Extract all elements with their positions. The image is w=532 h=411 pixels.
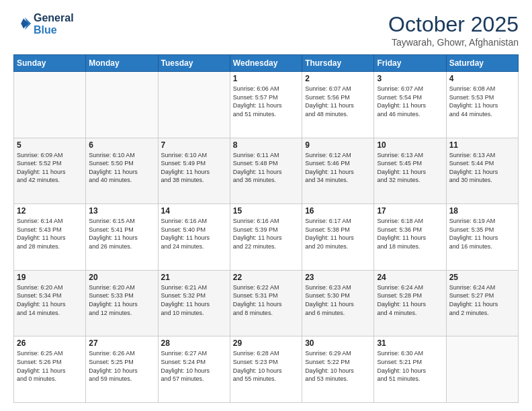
weekday-header-saturday: Saturday	[446, 55, 518, 72]
day-info: Sunrise: 6:28 AM Sunset: 5:23 PM Dayligh…	[233, 349, 299, 383]
day-number: 25	[449, 273, 515, 282]
day-number: 26	[17, 338, 83, 348]
calendar-week-2: 12Sunrise: 6:14 AM Sunset: 5:43 PM Dayli…	[14, 204, 519, 271]
calendar-cell: 22Sunrise: 6:22 AM Sunset: 5:31 PM Dayli…	[230, 270, 302, 336]
calendar-cell: 27Sunrise: 6:26 AM Sunset: 5:25 PM Dayli…	[86, 336, 158, 403]
weekday-header-monday: Monday	[86, 55, 158, 72]
day-info: Sunrise: 6:10 AM Sunset: 5:49 PM Dayligh…	[161, 151, 227, 185]
calendar-cell: 2Sunrise: 6:07 AM Sunset: 5:56 PM Daylig…	[302, 72, 374, 138]
calendar-cell: 12Sunrise: 6:14 AM Sunset: 5:43 PM Dayli…	[14, 204, 86, 271]
calendar-cell: 25Sunrise: 6:24 AM Sunset: 5:27 PM Dayli…	[446, 270, 518, 336]
day-number: 11	[449, 140, 515, 150]
calendar-cell: 18Sunrise: 6:19 AM Sunset: 5:35 PM Dayli…	[446, 204, 518, 271]
location: Taywarah, Ghowr, Afghanistan	[388, 37, 519, 48]
calendar-cell: 3Sunrise: 6:07 AM Sunset: 5:54 PM Daylig…	[374, 72, 446, 138]
calendar-cell: 23Sunrise: 6:23 AM Sunset: 5:30 PM Dayli…	[302, 270, 374, 336]
calendar-cell: 21Sunrise: 6:21 AM Sunset: 5:32 PM Dayli…	[158, 270, 230, 336]
calendar-cell: 13Sunrise: 6:15 AM Sunset: 5:41 PM Dayli…	[86, 204, 158, 271]
day-info: Sunrise: 6:15 AM Sunset: 5:41 PM Dayligh…	[89, 217, 154, 250]
calendar-cell: 14Sunrise: 6:16 AM Sunset: 5:40 PM Dayli…	[158, 204, 230, 271]
day-info: Sunrise: 6:24 AM Sunset: 5:27 PM Dayligh…	[449, 283, 515, 317]
calendar-cell: 24Sunrise: 6:24 AM Sunset: 5:28 PM Dayli…	[374, 270, 446, 336]
day-number: 20	[89, 273, 154, 282]
day-info: Sunrise: 6:11 AM Sunset: 5:48 PM Dayligh…	[233, 151, 299, 185]
calendar-cell	[446, 336, 518, 403]
day-info: Sunrise: 6:12 AM Sunset: 5:46 PM Dayligh…	[305, 151, 371, 185]
calendar-cell	[86, 72, 158, 138]
calendar-cell: 5Sunrise: 6:09 AM Sunset: 5:52 PM Daylig…	[14, 138, 86, 204]
day-info: Sunrise: 6:10 AM Sunset: 5:50 PM Dayligh…	[89, 151, 154, 185]
month-title: October 2025	[388, 12, 519, 37]
day-info: Sunrise: 6:22 AM Sunset: 5:31 PM Dayligh…	[233, 283, 299, 317]
day-info: Sunrise: 6:21 AM Sunset: 5:32 PM Dayligh…	[161, 283, 227, 317]
day-info: Sunrise: 6:20 AM Sunset: 5:34 PM Dayligh…	[17, 283, 83, 317]
day-info: Sunrise: 6:20 AM Sunset: 5:33 PM Dayligh…	[89, 283, 154, 317]
calendar-cell: 26Sunrise: 6:25 AM Sunset: 5:26 PM Dayli…	[14, 336, 86, 403]
day-info: Sunrise: 6:25 AM Sunset: 5:26 PM Dayligh…	[17, 349, 83, 383]
calendar-week-3: 19Sunrise: 6:20 AM Sunset: 5:34 PM Dayli…	[14, 270, 519, 336]
day-info: Sunrise: 6:16 AM Sunset: 5:39 PM Dayligh…	[233, 217, 299, 250]
calendar-cell: 7Sunrise: 6:10 AM Sunset: 5:49 PM Daylig…	[158, 138, 230, 204]
day-info: Sunrise: 6:29 AM Sunset: 5:22 PM Dayligh…	[305, 349, 371, 383]
day-info: Sunrise: 6:18 AM Sunset: 5:36 PM Dayligh…	[377, 217, 443, 250]
calendar-cell: 8Sunrise: 6:11 AM Sunset: 5:48 PM Daylig…	[230, 138, 302, 204]
calendar-cell: 30Sunrise: 6:29 AM Sunset: 5:22 PM Dayli…	[302, 336, 374, 403]
day-info: Sunrise: 6:08 AM Sunset: 5:53 PM Dayligh…	[449, 85, 515, 118]
calendar-cell: 9Sunrise: 6:12 AM Sunset: 5:46 PM Daylig…	[302, 138, 374, 204]
day-info: Sunrise: 6:14 AM Sunset: 5:43 PM Dayligh…	[17, 217, 83, 250]
calendar-cell: 11Sunrise: 6:13 AM Sunset: 5:44 PM Dayli…	[446, 138, 518, 204]
calendar-cell	[158, 72, 230, 138]
day-number: 27	[89, 338, 154, 348]
day-number: 13	[89, 206, 154, 216]
day-number: 8	[233, 140, 299, 150]
day-number: 2	[305, 74, 371, 83]
day-number: 10	[377, 140, 443, 150]
day-number: 23	[305, 273, 371, 282]
calendar-cell: 16Sunrise: 6:17 AM Sunset: 5:38 PM Dayli…	[302, 204, 374, 271]
calendar-cell: 15Sunrise: 6:16 AM Sunset: 5:39 PM Dayli…	[230, 204, 302, 271]
day-number: 7	[161, 140, 227, 150]
day-number: 3	[377, 74, 443, 83]
calendar-week-4: 26Sunrise: 6:25 AM Sunset: 5:26 PM Dayli…	[14, 336, 519, 403]
calendar-cell: 17Sunrise: 6:18 AM Sunset: 5:36 PM Dayli…	[374, 204, 446, 271]
day-number: 14	[161, 206, 227, 216]
day-number: 21	[161, 273, 227, 282]
day-number: 12	[17, 206, 83, 216]
weekday-header-wednesday: Wednesday	[230, 55, 302, 72]
weekday-header-sunday: Sunday	[14, 55, 86, 72]
day-number: 1	[233, 74, 299, 83]
logo: General Blue	[13, 12, 74, 36]
weekday-header-friday: Friday	[374, 55, 446, 72]
calendar-cell: 19Sunrise: 6:20 AM Sunset: 5:34 PM Dayli…	[14, 270, 86, 336]
day-number: 5	[17, 140, 83, 150]
day-info: Sunrise: 6:24 AM Sunset: 5:28 PM Dayligh…	[377, 283, 443, 317]
day-number: 16	[305, 206, 371, 216]
day-info: Sunrise: 6:17 AM Sunset: 5:38 PM Dayligh…	[305, 217, 371, 250]
weekday-header-tuesday: Tuesday	[158, 55, 230, 72]
day-number: 22	[233, 273, 299, 282]
day-info: Sunrise: 6:30 AM Sunset: 5:21 PM Dayligh…	[377, 349, 443, 383]
calendar-week-0: 1Sunrise: 6:06 AM Sunset: 5:57 PM Daylig…	[14, 72, 519, 138]
day-info: Sunrise: 6:19 AM Sunset: 5:35 PM Dayligh…	[449, 217, 515, 250]
day-info: Sunrise: 6:16 AM Sunset: 5:40 PM Dayligh…	[161, 217, 227, 250]
calendar-cell: 1Sunrise: 6:06 AM Sunset: 5:57 PM Daylig…	[230, 72, 302, 138]
day-info: Sunrise: 6:26 AM Sunset: 5:25 PM Dayligh…	[89, 349, 154, 383]
day-number: 28	[161, 338, 227, 348]
calendar-header-row: SundayMondayTuesdayWednesdayThursdayFrid…	[14, 55, 519, 72]
day-info: Sunrise: 6:07 AM Sunset: 5:56 PM Dayligh…	[305, 85, 371, 118]
calendar-cell: 10Sunrise: 6:13 AM Sunset: 5:45 PM Dayli…	[374, 138, 446, 204]
calendar-cell: 20Sunrise: 6:20 AM Sunset: 5:33 PM Dayli…	[86, 270, 158, 336]
day-number: 18	[449, 206, 515, 216]
calendar-cell: 28Sunrise: 6:27 AM Sunset: 5:24 PM Dayli…	[158, 336, 230, 403]
day-number: 30	[305, 338, 371, 348]
day-number: 9	[305, 140, 371, 150]
calendar-cell: 6Sunrise: 6:10 AM Sunset: 5:50 PM Daylig…	[86, 138, 158, 204]
day-number: 24	[377, 273, 443, 282]
day-number: 31	[377, 338, 443, 348]
day-number: 15	[233, 206, 299, 216]
calendar-table: SundayMondayTuesdayWednesdayThursdayFrid…	[13, 54, 519, 403]
day-info: Sunrise: 6:09 AM Sunset: 5:52 PM Dayligh…	[17, 151, 83, 185]
day-info: Sunrise: 6:13 AM Sunset: 5:45 PM Dayligh…	[377, 151, 443, 185]
calendar-cell	[14, 72, 86, 138]
title-area: October 2025 Taywarah, Ghowr, Afghanista…	[388, 12, 519, 48]
